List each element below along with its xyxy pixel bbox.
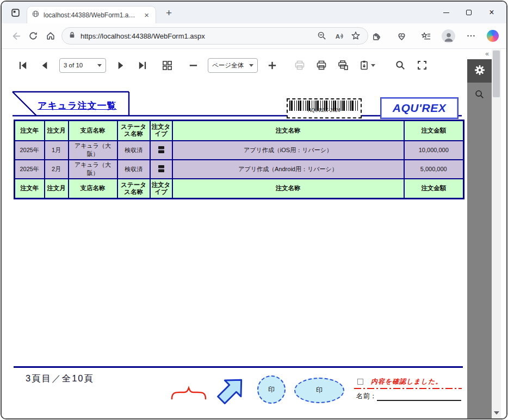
viewer-side-panel: « [467, 49, 492, 418]
collapse-panel-icon[interactable]: « [467, 49, 492, 59]
first-page-button[interactable] [16, 58, 30, 73]
cell-status-name: 検収済 [117, 160, 150, 179]
last-page-button[interactable] [135, 58, 150, 73]
globe-icon [32, 10, 40, 20]
cell-order-type [150, 141, 172, 160]
confirm-checkbox[interactable] [357, 379, 363, 385]
copilot-icon[interactable] [487, 30, 499, 42]
new-tab-button[interactable]: + [162, 8, 176, 18]
order-type-icon [158, 165, 165, 174]
footer-order-year: 注文年 [15, 179, 45, 199]
scrollbar-thumb[interactable] [493, 51, 500, 97]
header-order-name: 注文名称 [172, 121, 404, 141]
search-button[interactable] [393, 58, 407, 73]
stamp-ellipse: 印 [294, 378, 344, 403]
page-count-label: 3頁目／全10頁 [26, 373, 94, 385]
cell-order-month: 2月 [45, 160, 69, 179]
fullscreen-button[interactable] [414, 58, 429, 73]
cell-order-name: アプリ作成（iOS用：リバーシ） [172, 141, 404, 160]
footer-status-name: ステータス名称 [117, 179, 150, 199]
zoom-out-button[interactable] [186, 58, 201, 73]
close-button[interactable]: × [480, 4, 503, 21]
back-icon[interactable] [7, 27, 24, 45]
header-order-month: 注文月 [45, 121, 69, 141]
navbar-right-icons [368, 27, 501, 45]
tab-close-icon[interactable]: × [142, 10, 151, 20]
browser-essentials-icon[interactable] [393, 27, 410, 45]
footer-branch-name: 支店名称 [69, 179, 117, 199]
favorites-bar-icon[interactable] [417, 27, 435, 45]
panel-body [467, 83, 492, 418]
cell-branch-name: アキュラ（大阪） [69, 160, 117, 179]
cell-order-year: 2025年 [15, 141, 45, 160]
read-aloud-icon[interactable]: A [332, 29, 345, 42]
cell-order-year: 2025年 [15, 160, 45, 179]
logo-text: AQU'REX [393, 102, 446, 115]
header-branch-name: 支店名称 [69, 121, 117, 141]
tab-title: localhost:44388/WebForm1.aspx [44, 11, 138, 19]
report-title: アキュラ注文一覧 [38, 99, 117, 112]
zoom-out-indicator-icon[interactable] [315, 29, 329, 42]
extensions-icon[interactable] [368, 27, 386, 45]
chevron-down-icon [249, 64, 253, 67]
page-number-select[interactable]: 3 of 10 [59, 58, 106, 73]
zoom-mode-value: ページ全体 [212, 61, 244, 70]
refresh-icon[interactable] [24, 27, 42, 45]
cell-branch-name: アキュラ（大阪） [69, 141, 117, 160]
footer-order-amount: 注文金額 [404, 179, 464, 199]
panel-search-icon[interactable] [474, 89, 485, 102]
tab-strip: localhost:44388/WebForm1.aspx × + × [2, 2, 506, 23]
name-label: 名前： [356, 392, 377, 401]
stamp-circle: 印 [257, 375, 286, 404]
red-brace-shape [170, 385, 207, 400]
header-order-type: 注文タイプ [150, 121, 172, 141]
report-page: アキュラ注文一覧 AQUREX-2024 AQU'REX 注文年 注文月 支店名… [11, 87, 465, 416]
cell-order-name: アプリ作成（Android用：リバーシ） [172, 160, 404, 179]
cell-order-type [150, 160, 172, 179]
footer-order-month: 注文月 [45, 179, 69, 199]
zoom-in-button[interactable] [265, 58, 280, 73]
footer-separator-line [14, 366, 463, 368]
navigation-bar: https://localhost:44388/WebForm1.aspx A [2, 23, 506, 49]
barcode-label: AQUREX-2024 [289, 108, 359, 113]
settings-tab[interactable] [467, 59, 492, 83]
home-icon[interactable] [42, 27, 59, 45]
more-menu-icon[interactable] [462, 27, 480, 45]
header-order-year: 注文年 [15, 121, 45, 141]
lock-icon [67, 30, 77, 42]
table-header-row: 注文年 注文月 支店名称 ステータス名称 注文タイプ 注文名称 注文金額 [15, 121, 464, 141]
report-viewer-toolbar: 3 of 10 ページ全体 [2, 49, 465, 81]
favorite-star-icon[interactable] [349, 29, 362, 42]
vertical-scrollbar[interactable] [492, 49, 501, 418]
address-bar[interactable]: https://localhost:44388/WebForm1.aspx A [61, 27, 368, 45]
blue-arrow-shape [214, 372, 250, 407]
tab-actions-icon[interactable] [7, 4, 23, 21]
cell-status-name: 検収済 [117, 141, 150, 160]
table-row: 2025年 2月 アキュラ（大阪） 検収済 アプリ作成（Android用：リバー… [15, 160, 464, 179]
minimize-button[interactable] [435, 4, 457, 21]
thumbnails-toggle-icon[interactable] [160, 58, 175, 73]
url-text: https://localhost:44388/WebForm1.aspx [80, 32, 312, 40]
previous-page-button[interactable] [38, 58, 52, 73]
maximize-button[interactable] [457, 4, 480, 21]
header-order-amount: 注文金額 [404, 121, 464, 141]
print-button[interactable] [314, 58, 329, 73]
zoom-mode-select[interactable]: ページ全体 [208, 58, 258, 73]
footer-order-type: 注文タイプ [150, 179, 172, 199]
scrollbar-down-arrow-icon[interactable] [494, 411, 499, 415]
gear-icon [474, 65, 485, 78]
print-page-button[interactable] [336, 58, 350, 73]
profile-avatar[interactable] [442, 29, 455, 43]
barcode: AQUREX-2024 [287, 98, 362, 118]
next-page-button[interactable] [113, 58, 128, 73]
svg-text:A: A [335, 33, 339, 39]
export-button[interactable] [357, 58, 377, 73]
aqurex-logo: AQU'REX [380, 97, 459, 119]
header-status-name: ステータス名称 [117, 121, 150, 141]
chevron-down-icon [97, 64, 102, 67]
window-controls: × [435, 2, 503, 23]
browser-window: localhost:44388/WebForm1.aspx × + × http… [1, 1, 507, 419]
browser-tab[interactable]: localhost:44388/WebForm1.aspx × [27, 6, 156, 23]
name-underline [377, 400, 461, 401]
table-row: 2025年 1月 アキュラ（大阪） 検収済 アプリ作成（iOS用：リバーシ） 1… [15, 141, 464, 160]
